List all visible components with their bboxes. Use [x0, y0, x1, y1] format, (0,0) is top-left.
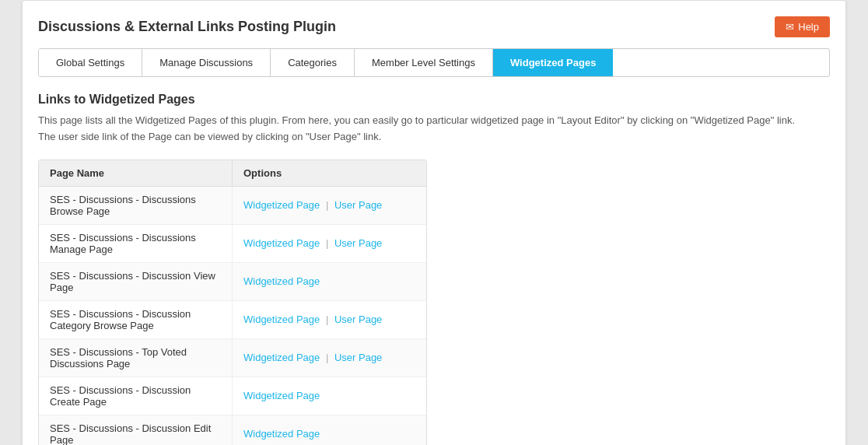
widgetized-page-link[interactable]: Widgetized Page [243, 199, 320, 211]
plugin-title: Discussions & External Links Posting Plu… [38, 19, 336, 35]
table-row: SES - Discussions - Discussion View Page… [39, 263, 426, 301]
col-header-page-name: Page Name [39, 160, 233, 186]
table-row: SES - Discussions - Top Voted Discussion… [39, 339, 426, 377]
options-cell: Widgetized Page | User Page [233, 192, 426, 218]
separator: | [326, 237, 328, 249]
options-cell: Widgetized Page [233, 421, 426, 445]
page-name-cell: SES - Discussions - Discussions Manage P… [39, 225, 233, 262]
widgetized-page-link[interactable]: Widgetized Page [243, 275, 320, 287]
options-cell: Widgetized Page [233, 383, 426, 408]
page-name-cell: SES - Discussions - Discussion Edit Page [39, 415, 233, 445]
table-row: SES - Discussions - Discussion Create Pa… [39, 377, 426, 415]
widgetized-page-link[interactable]: Widgetized Page [243, 428, 320, 440]
user-page-link[interactable]: User Page [334, 352, 382, 363]
options-cell: Widgetized Page | User Page [233, 230, 426, 256]
pages-table: Page Name Options SES - Discussions - Di… [38, 159, 427, 445]
help-icon: ✉ [786, 21, 794, 33]
page-name-cell: SES - Discussions - Discussion Category … [39, 301, 233, 338]
separator: | [326, 352, 328, 363]
page-name-cell: SES - Discussions - Top Voted Discussion… [39, 339, 233, 377]
section-description: This page lists all the Widgetized Pages… [38, 113, 830, 145]
widgetized-page-link[interactable]: Widgetized Page [243, 314, 320, 325]
user-page-link[interactable]: User Page [334, 199, 382, 211]
section-desc-line1: This page lists all the Widgetized Pages… [38, 114, 795, 126]
user-page-link[interactable]: User Page [334, 237, 382, 249]
widgetized-page-link[interactable]: Widgetized Page [243, 237, 320, 249]
options-cell: Widgetized Page | User Page [233, 307, 426, 332]
widgetized-page-link[interactable]: Widgetized Page [243, 352, 320, 363]
tab-manage-discussions[interactable]: Manage Discussions [142, 49, 271, 76]
separator: | [326, 314, 328, 325]
table-row: SES - Discussions - Discussions Manage P… [39, 225, 426, 263]
page-name-cell: SES - Discussions - Discussion Create Pa… [39, 377, 233, 415]
table-header: Page Name Options [39, 160, 426, 187]
plugin-header: Discussions & External Links Posting Plu… [38, 16, 830, 37]
tab-categories[interactable]: Categories [271, 49, 355, 76]
section-title: Links to Widgetized Pages [38, 93, 830, 107]
plugin-container: Discussions & External Links Posting Plu… [22, 0, 846, 445]
tab-widgetized-pages[interactable]: Widgetized Pages [493, 49, 613, 76]
tab-global-settings[interactable]: Global Settings [39, 49, 142, 76]
page-name-cell: SES - Discussions - Discussions Browse P… [39, 187, 233, 224]
col-header-options: Options [233, 160, 426, 186]
table-row: SES - Discussions - Discussion Edit Page… [39, 415, 426, 445]
user-page-link[interactable]: User Page [334, 314, 382, 325]
options-cell: Widgetized Page [233, 268, 426, 294]
tab-bar: Global Settings Manage Discussions Categ… [38, 48, 830, 77]
widgetized-page-link[interactable]: Widgetized Page [243, 390, 320, 401]
help-button[interactable]: ✉ Help [775, 16, 830, 37]
separator: | [326, 199, 328, 211]
options-cell: Widgetized Page | User Page [233, 345, 426, 370]
section-desc-line2: The user side link of the Page can be vi… [38, 131, 381, 142]
table-row: SES - Discussions - Discussion Category … [39, 301, 426, 339]
page-name-cell: SES - Discussions - Discussion View Page [39, 263, 233, 300]
tab-member-level-settings[interactable]: Member Level Settings [355, 49, 493, 76]
table-row: SES - Discussions - Discussions Browse P… [39, 187, 426, 225]
help-label: Help [798, 21, 819, 33]
